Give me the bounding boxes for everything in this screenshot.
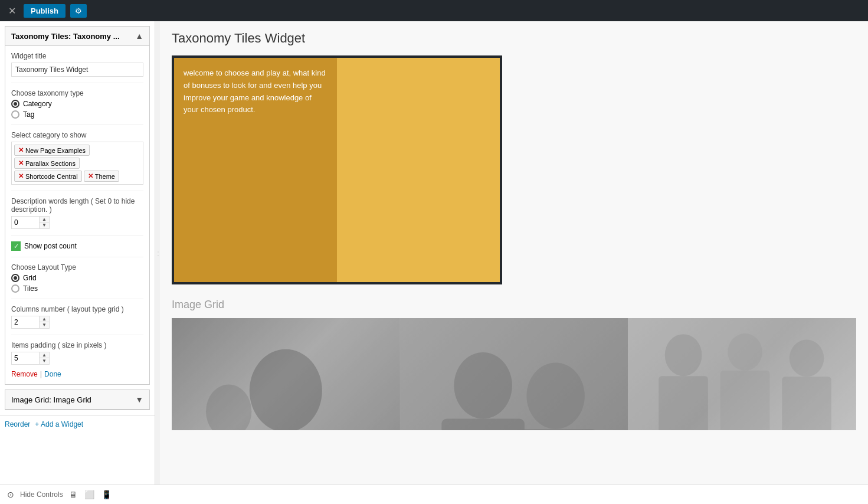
divider-2 (11, 125, 143, 125)
category-tag-list[interactable]: ✕ New Page Examples ✕ Parallax Sections … (11, 142, 143, 185)
divider-7 (11, 335, 143, 335)
reorder-button[interactable]: Reorder (5, 420, 30, 428)
taxonomy-tiles-panel-header[interactable]: Taxonomy Tiles: Taxonomy ... ▲ (5, 27, 149, 46)
image-cell-3 (628, 318, 856, 430)
image-grid-section-title: Image Grid (172, 299, 856, 311)
columns-up[interactable]: ▲ (40, 316, 49, 322)
remove-parallax-sections[interactable]: ✕ (18, 159, 24, 167)
gear-button[interactable]: ⚙ (70, 4, 87, 18)
tablet-view-button[interactable]: ⬜ (83, 489, 96, 500)
remove-shortcode-central[interactable]: ✕ (18, 172, 24, 180)
tag-label-new-page-examples: New Page Examples (25, 147, 86, 154)
tile-dark: welcome to choose and play at, what kind… (174, 58, 337, 282)
bottom-controls-bar: ⊙ Hide Controls 🖥 ⬜ 📱 (0, 485, 868, 504)
tablet-icon: ⬜ (84, 490, 94, 499)
collapse-icon: ▲ (135, 31, 143, 41)
padding-input[interactable] (11, 352, 40, 365)
svg-rect-5 (400, 318, 628, 430)
svg-point-8 (526, 363, 584, 429)
tag-new-page-examples: ✕ New Page Examples (14, 145, 90, 156)
tiles-grid: welcome to choose and play at, what kind… (174, 58, 500, 282)
action-separator: | (40, 369, 42, 378)
image-grid-panel-header[interactable]: Image Grid: Image Grid ▼ (5, 390, 149, 410)
desc-words-input-wrap: ▲ ▼ (11, 216, 143, 229)
svg-rect-12 (659, 376, 709, 430)
image-3-overlay (628, 318, 856, 430)
svg-point-1 (250, 349, 322, 430)
svg-point-13 (728, 333, 763, 371)
image-cell-1 (172, 318, 400, 430)
tag-radio[interactable] (11, 110, 19, 119)
image-grid-preview (172, 318, 856, 430)
content-inner: Taxonomy Tiles Widget welcome to choose … (160, 21, 868, 440)
padding-up[interactable]: ▲ (40, 352, 49, 358)
done-link[interactable]: Done (44, 370, 61, 378)
category-radio[interactable] (11, 100, 19, 108)
resize-dots: ⋮ (155, 250, 160, 256)
hide-controls-label: Hide Controls (20, 490, 63, 499)
page-title: Taxonomy Tiles Widget (172, 31, 856, 46)
tag-theme: ✕ Theme (84, 171, 119, 182)
divider-1 (11, 83, 143, 83)
layout-tiles-option[interactable]: Tiles (11, 284, 143, 293)
svg-rect-14 (720, 371, 770, 430)
tile-text: welcome to choose and play at, what kind… (184, 67, 327, 116)
sidebar-bottom: Reorder + Add a Widget (0, 415, 155, 433)
remove-link[interactable]: Remove (11, 370, 38, 378)
top-bar: ✕ Publish ⚙ (0, 0, 868, 21)
padding-spinner: ▲ ▼ (40, 352, 50, 365)
mobile-view-button[interactable]: 📱 (100, 489, 113, 500)
resize-handle[interactable]: ⋮ (155, 21, 160, 485)
desktop-view-button[interactable]: 🖥 (68, 489, 78, 500)
desc-words-down[interactable]: ▼ (40, 222, 49, 228)
add-widget-button[interactable]: + Add a Widget (35, 420, 83, 428)
svg-point-11 (665, 334, 702, 376)
sidebar: Taxonomy Tiles: Taxonomy ... ▲ Widget ti… (0, 21, 155, 485)
publish-button[interactable]: Publish (24, 4, 65, 18)
taxonomy-type-group: Category Tag (11, 100, 143, 119)
svg-point-6 (454, 352, 512, 418)
close-button[interactable]: ✕ (5, 4, 19, 18)
show-post-count-checkbox[interactable] (11, 241, 21, 251)
columns-down[interactable]: ▼ (40, 322, 49, 328)
remove-theme[interactable]: ✕ (88, 172, 93, 180)
divider-5 (11, 257, 143, 257)
tag-label-parallax-sections: Parallax Sections (25, 160, 76, 167)
taxonomy-tiles-panel-title: Taxonomy Tiles: Taxonomy ... (11, 32, 120, 41)
taxonomy-category-option[interactable]: Category (11, 100, 143, 108)
tag-shortcode-central: ✕ Shortcode Central (14, 171, 82, 182)
category-label: Category (23, 100, 52, 108)
tiles-label: Tiles (23, 284, 38, 293)
columns-input[interactable] (11, 316, 40, 329)
main-layout: Taxonomy Tiles: Taxonomy ... ▲ Widget ti… (0, 21, 868, 485)
mobile-icon: 📱 (101, 490, 112, 499)
layout-grid-option[interactable]: Grid (11, 274, 143, 282)
tag-label-theme: Theme (95, 173, 115, 180)
desktop-icon: 🖥 (69, 490, 77, 499)
widget-title-label: Widget title (11, 52, 143, 60)
columns-label: Columns number ( layout type grid ) (11, 305, 143, 313)
padding-input-wrap: ▲ ▼ (11, 352, 143, 365)
taxonomy-tag-option[interactable]: Tag (11, 110, 143, 119)
padding-down[interactable]: ▼ (40, 358, 49, 364)
grid-label: Grid (23, 274, 37, 282)
desc-words-spinner: ▲ ▼ (40, 216, 50, 229)
svg-point-15 (790, 340, 824, 377)
widget-actions: Remove | Done (11, 369, 143, 378)
remove-new-page-examples[interactable]: ✕ (18, 146, 24, 154)
widget-title-input[interactable] (11, 63, 143, 77)
grid-radio[interactable] (11, 274, 19, 282)
tiles-radio[interactable] (11, 284, 19, 293)
layout-type-label: Choose Layout Type (11, 263, 143, 271)
desc-words-input[interactable] (11, 216, 40, 229)
image-cell-2 (400, 318, 628, 430)
svg-rect-16 (782, 377, 832, 430)
hide-controls-button[interactable]: ⊙ (6, 489, 15, 500)
tag-parallax-sections: ✕ Parallax Sections (14, 158, 80, 169)
desc-words-label: Description words length ( Set 0 to hide… (11, 197, 143, 214)
layout-type-group: Grid Tiles (11, 274, 143, 293)
show-post-count-row: Show post count (11, 241, 143, 251)
tile-light (337, 58, 500, 282)
image-2-overlay (400, 318, 628, 430)
desc-words-up[interactable]: ▲ (40, 217, 49, 222)
